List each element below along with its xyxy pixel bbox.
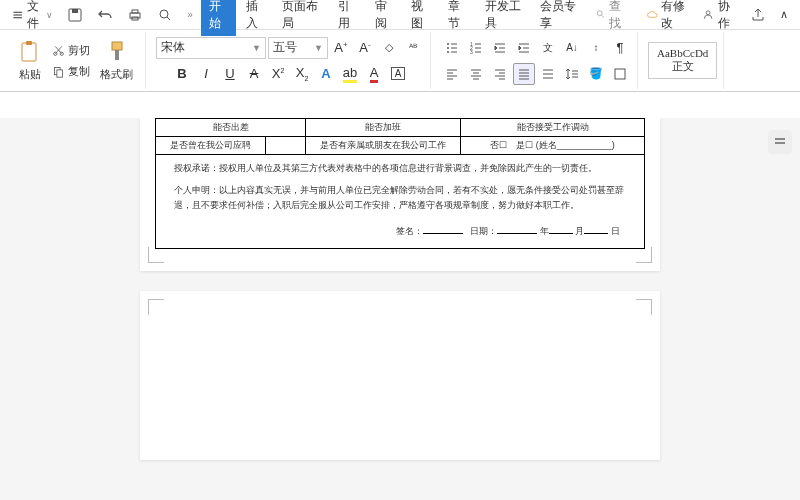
sort-icon: ↕: [594, 42, 599, 53]
align-justify-icon: [517, 67, 531, 81]
borders-button[interactable]: [609, 63, 631, 85]
cell-travel[interactable]: 能否出差: [156, 119, 306, 137]
superscript-icon: X2: [272, 66, 285, 81]
align-center-button[interactable]: [465, 63, 487, 85]
text-direction-button[interactable]: 文: [537, 37, 559, 59]
bullet-list-button[interactable]: [441, 37, 463, 59]
preview-icon: [157, 7, 173, 23]
grow-font-button[interactable]: A+: [330, 37, 352, 59]
undo-button[interactable]: [91, 4, 119, 26]
clear-format-button[interactable]: ◇: [378, 37, 400, 59]
changes-label: 有修改: [661, 0, 689, 32]
superscript-button[interactable]: X2: [267, 63, 289, 85]
signature-line[interactable]: 签名： 日期： 年 月 日: [160, 216, 640, 246]
undo-icon: [97, 7, 113, 23]
cell-yesno[interactable]: 否☐ 是☐ (姓名___________): [461, 137, 645, 155]
italic-button[interactable]: I: [195, 63, 217, 85]
format-painter-button[interactable]: 格式刷: [94, 37, 139, 84]
align-left-button[interactable]: [441, 63, 463, 85]
text-effect-button[interactable]: A: [315, 63, 337, 85]
save-button[interactable]: [61, 4, 89, 26]
font-color-button[interactable]: A: [363, 63, 385, 85]
text-orient-button[interactable]: A↓: [561, 37, 583, 59]
subscript-button[interactable]: X2: [291, 63, 313, 85]
align-right-icon: [493, 67, 507, 81]
text-dir-icon: 文: [543, 41, 553, 55]
underline-icon: U: [225, 66, 234, 81]
pilcrow-icon: ¶: [617, 40, 624, 55]
style-normal[interactable]: AaBbCcDd 正文: [648, 42, 717, 79]
paste-icon: [18, 39, 42, 65]
show-marks-button[interactable]: ¶: [609, 37, 631, 59]
changes-indicator[interactable]: 有修改: [640, 0, 695, 35]
tab-references[interactable]: 引用: [330, 0, 365, 36]
app-menu-button[interactable]: 文件 ∨: [6, 0, 59, 35]
align-right-button[interactable]: [489, 63, 511, 85]
bold-button[interactable]: B: [171, 63, 193, 85]
print-preview-button[interactable]: [151, 4, 179, 26]
distribute-button[interactable]: [537, 63, 559, 85]
line-spacing-button[interactable]: [561, 63, 583, 85]
tab-start[interactable]: 开始: [201, 0, 236, 36]
svg-rect-23: [775, 138, 785, 140]
grow-font-icon: A+: [334, 40, 347, 55]
char-border-button[interactable]: A: [387, 63, 409, 85]
pinyin-button[interactable]: ᴬᴮ: [402, 37, 424, 59]
svg-point-7: [707, 10, 711, 14]
number-list-icon: 123: [469, 41, 483, 55]
hamburger-icon: [12, 7, 23, 23]
shading-button[interactable]: 🪣: [585, 63, 607, 85]
side-panel-toggle[interactable]: [768, 130, 792, 154]
shrink-font-button[interactable]: A-: [354, 37, 376, 59]
underline-button[interactable]: U: [219, 63, 241, 85]
highlight-button[interactable]: ab: [339, 63, 361, 85]
italic-icon: I: [204, 66, 208, 81]
style-name: 正文: [657, 59, 708, 74]
print-button[interactable]: [121, 4, 149, 26]
tab-insert[interactable]: 插入: [238, 0, 273, 36]
declaration-1[interactable]: 授权承诺：授权用人单位及其第三方代表对表格中的各项信息进行背景调查，并免除因此产…: [160, 157, 640, 179]
cut-button[interactable]: 剪切: [48, 41, 94, 60]
font-size-select[interactable]: 五号▼: [268, 37, 328, 59]
svg-rect-22: [615, 69, 625, 79]
copy-button[interactable]: 复制: [48, 62, 94, 81]
paste-button[interactable]: 粘贴: [12, 37, 48, 84]
line-spacing-icon: [565, 67, 579, 81]
document-canvas[interactable]: 能否出差 能否加班 能否接受工作调动 是否曾在我公司应聘 是否有亲属或朋友在我公…: [0, 118, 800, 500]
collab-button[interactable]: 协作: [696, 0, 742, 35]
share-button[interactable]: [744, 4, 772, 26]
number-list-button[interactable]: 123: [465, 37, 487, 59]
svg-rect-14: [112, 42, 122, 50]
collapse-ribbon-button[interactable]: ∧: [774, 5, 794, 24]
tab-member[interactable]: 会员专享: [532, 0, 585, 36]
svg-point-6: [597, 11, 602, 16]
highlight-icon: ab: [343, 65, 357, 83]
svg-text:3: 3: [470, 49, 473, 55]
align-justify-button[interactable]: [513, 63, 535, 85]
svg-point-17: [447, 47, 449, 49]
tab-view[interactable]: 视图: [403, 0, 438, 36]
cell-transfer[interactable]: 能否接受工作调动: [461, 119, 645, 137]
indent-button[interactable]: [513, 37, 535, 59]
strike-button[interactable]: A: [243, 63, 265, 85]
outdent-icon: [493, 41, 507, 55]
sort-button[interactable]: ↕: [585, 37, 607, 59]
tab-section[interactable]: 章节: [440, 0, 475, 36]
more-quick-button[interactable]: »: [181, 6, 199, 23]
search-box[interactable]: 查找: [588, 0, 636, 32]
cell-relatives[interactable]: 是否有亲属或朋友在我公司工作: [306, 137, 461, 155]
font-name-select[interactable]: 宋体▼: [156, 37, 266, 59]
svg-point-18: [447, 51, 449, 53]
bold-icon: B: [177, 66, 186, 81]
style-preview: AaBbCcDd: [657, 47, 708, 59]
tab-layout[interactable]: 页面布局: [274, 0, 327, 36]
cell-overtime[interactable]: 能否加班: [306, 119, 461, 137]
tab-review[interactable]: 审阅: [367, 0, 402, 36]
cell-applied[interactable]: 是否曾在我公司应聘: [156, 137, 266, 155]
svg-rect-9: [26, 41, 32, 45]
tab-developer[interactable]: 开发工具: [477, 0, 530, 36]
outdent-button[interactable]: [489, 37, 511, 59]
align-left-icon: [445, 67, 459, 81]
declaration-2[interactable]: 个人申明：以上内容真实无误，并与前用人单位已完全解除劳动合同，若有不实处，愿无条…: [160, 179, 640, 216]
indent-icon: [517, 41, 531, 55]
